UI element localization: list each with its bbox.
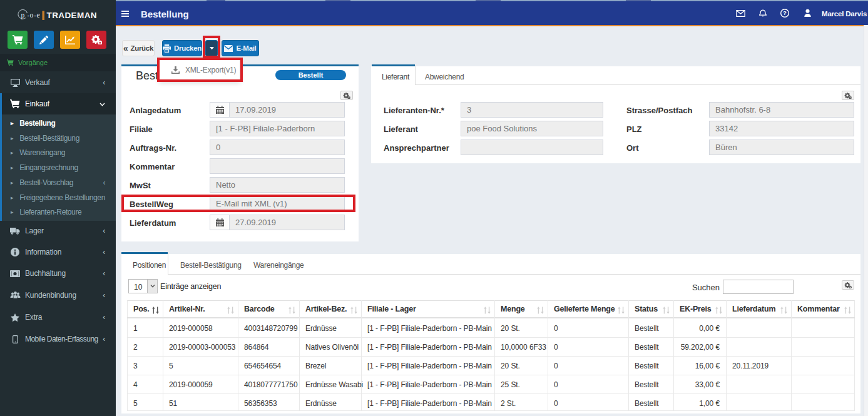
svg-text:?: ?: [783, 9, 787, 16]
svg-text:e: e: [37, 11, 40, 19]
svg-text:p: p: [21, 11, 25, 19]
svg-text:o: o: [30, 11, 34, 19]
svg-text:TRADEMAN: TRADEMAN: [47, 11, 97, 20]
